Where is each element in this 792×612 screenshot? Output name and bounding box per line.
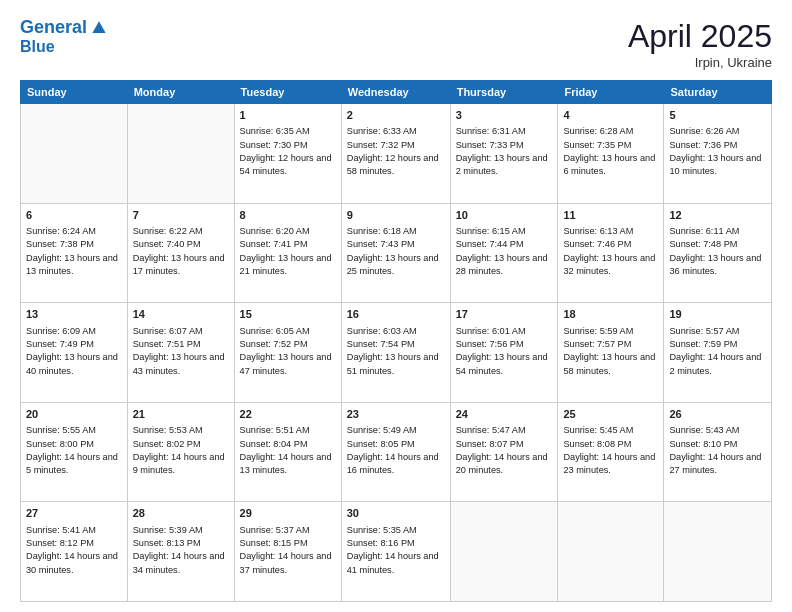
calendar-cell (664, 502, 772, 602)
day-detail: Sunrise: 6:05 AM Sunset: 7:52 PM Dayligh… (240, 325, 336, 378)
day-detail: Sunrise: 6:18 AM Sunset: 7:43 PM Dayligh… (347, 225, 445, 278)
calendar-week-2: 6Sunrise: 6:24 AM Sunset: 7:38 PM Daylig… (21, 203, 772, 303)
day-number: 1 (240, 108, 336, 123)
day-detail: Sunrise: 5:43 AM Sunset: 8:10 PM Dayligh… (669, 424, 766, 477)
day-detail: Sunrise: 6:24 AM Sunset: 7:38 PM Dayligh… (26, 225, 122, 278)
day-number: 17 (456, 307, 553, 322)
title-block: April 2025 Irpin, Ukraine (628, 18, 772, 70)
day-detail: Sunrise: 6:15 AM Sunset: 7:44 PM Dayligh… (456, 225, 553, 278)
calendar-week-1: 1Sunrise: 6:35 AM Sunset: 7:30 PM Daylig… (21, 104, 772, 204)
weekday-header-monday: Monday (127, 81, 234, 104)
calendar-cell: 3Sunrise: 6:31 AM Sunset: 7:33 PM Daylig… (450, 104, 558, 204)
day-number: 28 (133, 506, 229, 521)
calendar-cell: 18Sunrise: 5:59 AM Sunset: 7:57 PM Dayli… (558, 303, 664, 403)
calendar-cell: 19Sunrise: 5:57 AM Sunset: 7:59 PM Dayli… (664, 303, 772, 403)
calendar-page: General Blue April 2025 Irpin, Ukraine S… (0, 0, 792, 612)
calendar-cell: 16Sunrise: 6:03 AM Sunset: 7:54 PM Dayli… (341, 303, 450, 403)
logo-icon (89, 18, 109, 38)
calendar-cell: 24Sunrise: 5:47 AM Sunset: 8:07 PM Dayli… (450, 402, 558, 502)
calendar-cell (21, 104, 128, 204)
day-detail: Sunrise: 6:13 AM Sunset: 7:46 PM Dayligh… (563, 225, 658, 278)
calendar-cell: 14Sunrise: 6:07 AM Sunset: 7:51 PM Dayli… (127, 303, 234, 403)
day-number: 13 (26, 307, 122, 322)
weekday-header-wednesday: Wednesday (341, 81, 450, 104)
calendar-cell: 6Sunrise: 6:24 AM Sunset: 7:38 PM Daylig… (21, 203, 128, 303)
day-detail: Sunrise: 6:26 AM Sunset: 7:36 PM Dayligh… (669, 125, 766, 178)
day-detail: Sunrise: 5:35 AM Sunset: 8:16 PM Dayligh… (347, 524, 445, 577)
calendar-cell (127, 104, 234, 204)
calendar-cell: 21Sunrise: 5:53 AM Sunset: 8:02 PM Dayli… (127, 402, 234, 502)
calendar-cell: 30Sunrise: 5:35 AM Sunset: 8:16 PM Dayli… (341, 502, 450, 602)
calendar-cell (558, 502, 664, 602)
day-number: 2 (347, 108, 445, 123)
day-detail: Sunrise: 6:01 AM Sunset: 7:56 PM Dayligh… (456, 325, 553, 378)
header: General Blue April 2025 Irpin, Ukraine (20, 18, 772, 70)
calendar-cell: 28Sunrise: 5:39 AM Sunset: 8:13 PM Dayli… (127, 502, 234, 602)
day-detail: Sunrise: 6:33 AM Sunset: 7:32 PM Dayligh… (347, 125, 445, 178)
day-number: 12 (669, 208, 766, 223)
day-number: 11 (563, 208, 658, 223)
calendar-cell: 7Sunrise: 6:22 AM Sunset: 7:40 PM Daylig… (127, 203, 234, 303)
calendar-cell (450, 502, 558, 602)
day-number: 14 (133, 307, 229, 322)
calendar-cell: 22Sunrise: 5:51 AM Sunset: 8:04 PM Dayli… (234, 402, 341, 502)
calendar-week-4: 20Sunrise: 5:55 AM Sunset: 8:00 PM Dayli… (21, 402, 772, 502)
calendar-cell: 12Sunrise: 6:11 AM Sunset: 7:48 PM Dayli… (664, 203, 772, 303)
day-number: 25 (563, 407, 658, 422)
day-detail: Sunrise: 6:09 AM Sunset: 7:49 PM Dayligh… (26, 325, 122, 378)
svg-marker-0 (92, 21, 105, 33)
day-number: 3 (456, 108, 553, 123)
calendar-cell: 4Sunrise: 6:28 AM Sunset: 7:35 PM Daylig… (558, 104, 664, 204)
day-detail: Sunrise: 5:37 AM Sunset: 8:15 PM Dayligh… (240, 524, 336, 577)
day-number: 26 (669, 407, 766, 422)
calendar-cell: 1Sunrise: 6:35 AM Sunset: 7:30 PM Daylig… (234, 104, 341, 204)
calendar-cell: 10Sunrise: 6:15 AM Sunset: 7:44 PM Dayli… (450, 203, 558, 303)
day-detail: Sunrise: 5:55 AM Sunset: 8:00 PM Dayligh… (26, 424, 122, 477)
month-year-title: April 2025 (628, 18, 772, 55)
day-detail: Sunrise: 5:39 AM Sunset: 8:13 PM Dayligh… (133, 524, 229, 577)
day-detail: Sunrise: 5:47 AM Sunset: 8:07 PM Dayligh… (456, 424, 553, 477)
calendar-cell: 15Sunrise: 6:05 AM Sunset: 7:52 PM Dayli… (234, 303, 341, 403)
calendar-cell: 2Sunrise: 6:33 AM Sunset: 7:32 PM Daylig… (341, 104, 450, 204)
day-detail: Sunrise: 5:51 AM Sunset: 8:04 PM Dayligh… (240, 424, 336, 477)
calendar-table: SundayMondayTuesdayWednesdayThursdayFrid… (20, 80, 772, 602)
logo: General Blue (20, 18, 109, 56)
calendar-cell: 25Sunrise: 5:45 AM Sunset: 8:08 PM Dayli… (558, 402, 664, 502)
day-number: 22 (240, 407, 336, 422)
day-number: 21 (133, 407, 229, 422)
weekday-header-friday: Friday (558, 81, 664, 104)
logo-text: General (20, 18, 87, 38)
calendar-cell: 20Sunrise: 5:55 AM Sunset: 8:00 PM Dayli… (21, 402, 128, 502)
logo-blue: Blue (20, 38, 109, 56)
calendar-week-3: 13Sunrise: 6:09 AM Sunset: 7:49 PM Dayli… (21, 303, 772, 403)
day-number: 29 (240, 506, 336, 521)
day-number: 10 (456, 208, 553, 223)
day-number: 19 (669, 307, 766, 322)
day-number: 6 (26, 208, 122, 223)
day-number: 5 (669, 108, 766, 123)
calendar-cell: 27Sunrise: 5:41 AM Sunset: 8:12 PM Dayli… (21, 502, 128, 602)
day-number: 9 (347, 208, 445, 223)
day-detail: Sunrise: 6:07 AM Sunset: 7:51 PM Dayligh… (133, 325, 229, 378)
day-number: 27 (26, 506, 122, 521)
calendar-cell: 5Sunrise: 6:26 AM Sunset: 7:36 PM Daylig… (664, 104, 772, 204)
day-number: 15 (240, 307, 336, 322)
calendar-cell: 9Sunrise: 6:18 AM Sunset: 7:43 PM Daylig… (341, 203, 450, 303)
day-detail: Sunrise: 6:31 AM Sunset: 7:33 PM Dayligh… (456, 125, 553, 178)
day-detail: Sunrise: 5:45 AM Sunset: 8:08 PM Dayligh… (563, 424, 658, 477)
day-detail: Sunrise: 5:57 AM Sunset: 7:59 PM Dayligh… (669, 325, 766, 378)
day-detail: Sunrise: 6:22 AM Sunset: 7:40 PM Dayligh… (133, 225, 229, 278)
location-label: Irpin, Ukraine (628, 55, 772, 70)
day-detail: Sunrise: 6:28 AM Sunset: 7:35 PM Dayligh… (563, 125, 658, 178)
calendar-cell: 23Sunrise: 5:49 AM Sunset: 8:05 PM Dayli… (341, 402, 450, 502)
day-detail: Sunrise: 6:03 AM Sunset: 7:54 PM Dayligh… (347, 325, 445, 378)
day-detail: Sunrise: 5:49 AM Sunset: 8:05 PM Dayligh… (347, 424, 445, 477)
day-number: 8 (240, 208, 336, 223)
calendar-cell: 17Sunrise: 6:01 AM Sunset: 7:56 PM Dayli… (450, 303, 558, 403)
day-number: 30 (347, 506, 445, 521)
day-number: 20 (26, 407, 122, 422)
day-number: 18 (563, 307, 658, 322)
weekday-header-row: SundayMondayTuesdayWednesdayThursdayFrid… (21, 81, 772, 104)
day-detail: Sunrise: 6:11 AM Sunset: 7:48 PM Dayligh… (669, 225, 766, 278)
day-number: 23 (347, 407, 445, 422)
